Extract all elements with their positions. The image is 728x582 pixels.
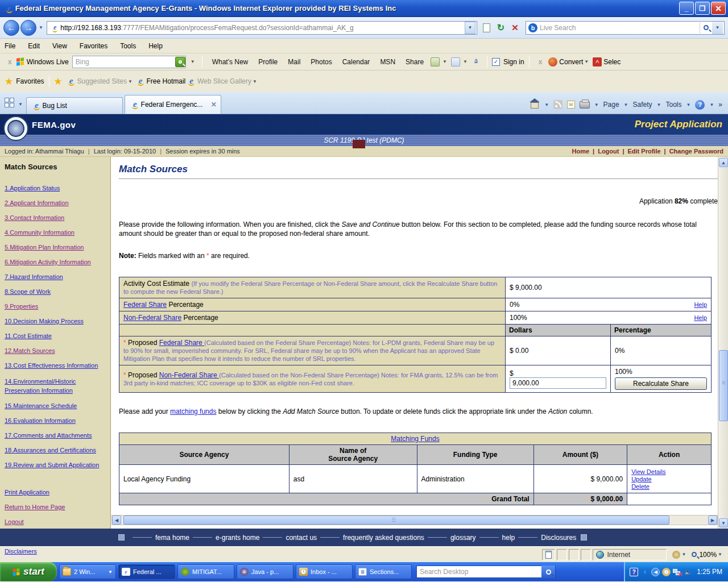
menu-tools[interactable]: Tools bbox=[120, 42, 136, 50]
sidebar-item-mitigation-plan-information[interactable]: 5.Mitigation Plan Information bbox=[5, 244, 84, 251]
print-icon[interactable] bbox=[580, 101, 590, 109]
tools-dropdown-icon[interactable]: ▼ bbox=[686, 102, 690, 107]
desktop-search-input[interactable]: Search Desktop bbox=[416, 566, 556, 578]
vertical-scrollbar[interactable]: ▲ ▼ bbox=[718, 157, 728, 529]
taskbar-clock[interactable]: 1:25 PM bbox=[697, 568, 722, 576]
favorites-button[interactable]: Favorites bbox=[16, 77, 44, 85]
taskbar-sections-window[interactable]: ≣Sections... bbox=[355, 564, 412, 579]
quick-tabs-icon[interactable] bbox=[5, 98, 16, 109]
news-icon[interactable] bbox=[451, 57, 460, 66]
zoom-dropdown-icon[interactable]: ▼ bbox=[718, 552, 722, 557]
sidebar-item-cost-effectiveness-information[interactable]: 13.Cost Effectiveness Information bbox=[5, 362, 98, 369]
help-dropdown-icon[interactable]: ▼ bbox=[709, 102, 714, 107]
horizontal-scroll-thumb[interactable] bbox=[123, 516, 669, 525]
sign-in-button[interactable]: Sign in bbox=[503, 58, 524, 66]
suggested-sites-button[interactable]: Suggested Sites bbox=[77, 77, 127, 85]
history-dropdown-icon[interactable]: ▼ bbox=[39, 25, 43, 30]
menu-file[interactable]: File bbox=[5, 42, 15, 50]
sidebar-item-decision-making-process[interactable]: 10.Decision Making Process bbox=[5, 318, 84, 325]
sidebar-item-environmental-historic[interactable]: 14.Environmental/Historic Preservation I… bbox=[5, 377, 106, 395]
toolbar-overflow-icon[interactable]: » bbox=[718, 101, 722, 109]
suggested-sites-dropdown-icon[interactable]: ▼ bbox=[128, 79, 133, 84]
bing-go-button[interactable] bbox=[175, 57, 185, 67]
sidebar-item-cost-estimate[interactable]: 11.Cost Estimate bbox=[5, 332, 52, 340]
hide-icons-chevron-icon[interactable]: ◀ bbox=[651, 568, 660, 576]
footer-help-link[interactable]: help bbox=[502, 534, 515, 542]
desktop-search-button[interactable] bbox=[541, 566, 555, 578]
sidebar-item-community-information[interactable]: 4.Community Information bbox=[5, 229, 75, 236]
footer-faq-link[interactable]: frequently asked questions bbox=[343, 534, 424, 542]
feeds-icon[interactable] bbox=[553, 100, 562, 109]
sidebar-item-match-sources[interactable]: 12.Match Sources bbox=[5, 347, 55, 355]
clock-tray-icon[interactable]: 🕓 bbox=[662, 568, 671, 576]
non-federal-amount-input[interactable] bbox=[510, 377, 606, 389]
web-slice-gallery-button[interactable]: Web Slice Gallery bbox=[197, 77, 251, 85]
live-link-profile[interactable]: Profile bbox=[258, 58, 278, 66]
footer-contact-us-link[interactable]: contact us bbox=[286, 534, 317, 542]
update-link[interactable]: Update bbox=[631, 476, 651, 483]
logout-link[interactable]: Logout bbox=[598, 148, 619, 155]
live-link-mail[interactable]: Mail bbox=[288, 58, 300, 66]
read-mail-icon[interactable]: ✉ bbox=[567, 101, 575, 109]
sidebar-disclaimers-link[interactable]: Disclaimers bbox=[5, 548, 37, 555]
help-tray-icon[interactable]: ? bbox=[630, 568, 638, 576]
zoom-level[interactable]: 100% bbox=[699, 551, 717, 559]
view-details-link[interactable]: View Details bbox=[631, 468, 665, 475]
footer-egrants-home-link[interactable]: e-grants home bbox=[216, 534, 259, 542]
taskbar-ie-window[interactable]: eFederal ... bbox=[118, 564, 175, 579]
phishing-filter-icon[interactable] bbox=[672, 551, 680, 559]
toolbar-close-icon[interactable]: x bbox=[8, 58, 12, 66]
taskbar-inbox-window[interactable]: 🕓Inbox - ... bbox=[296, 564, 353, 579]
translate-icon[interactable]: a̲ bbox=[471, 57, 481, 66]
footer-fema-home-link[interactable]: fema home bbox=[155, 534, 189, 542]
minimize-button[interactable]: _ bbox=[679, 2, 694, 15]
scroll-right-icon[interactable]: ▶ bbox=[708, 516, 717, 525]
tools-menu-button[interactable]: Tools bbox=[665, 101, 681, 109]
map-icon[interactable] bbox=[431, 57, 440, 66]
menu-help[interactable]: Help bbox=[148, 42, 163, 50]
footer-disclosures-link[interactable]: Disclosures bbox=[541, 534, 576, 542]
tab-list-dropdown-icon[interactable]: ▼ bbox=[18, 102, 23, 107]
add-favorite-icon[interactable]: ★ bbox=[54, 76, 63, 88]
convert-dropdown-icon[interactable]: ▼ bbox=[584, 59, 589, 64]
taskbar-mitigation-window[interactable]: MITIGAT... bbox=[177, 564, 234, 579]
fema-logo-text[interactable]: FEMA.gov bbox=[32, 120, 76, 130]
volume-icon[interactable]: 🔈 bbox=[684, 568, 692, 576]
delete-link[interactable]: Delete bbox=[631, 483, 650, 490]
sidebar-return-home-link[interactable]: Return to Home Page bbox=[5, 504, 65, 511]
home-dropdown-icon[interactable]: ▼ bbox=[544, 102, 549, 107]
stop-button[interactable]: ✕ bbox=[508, 20, 522, 35]
network-disconnected-icon[interactable]: ✕ bbox=[673, 568, 681, 576]
tray-item-icon[interactable]: ⁞ bbox=[640, 568, 649, 576]
live-link-msn[interactable]: MSN bbox=[380, 58, 395, 66]
search-options-button[interactable]: ▼ bbox=[712, 22, 723, 34]
live-link-share[interactable]: Share bbox=[406, 58, 424, 66]
scroll-up-icon[interactable]: ▲ bbox=[719, 158, 728, 167]
live-link-photos[interactable]: Photos bbox=[311, 58, 332, 66]
menu-edit[interactable]: Edit bbox=[28, 42, 40, 50]
bing-options-icon[interactable]: ▼ bbox=[191, 59, 195, 64]
home-link[interactable]: Home bbox=[572, 148, 590, 155]
proposed-federal-share-link[interactable]: Federal Share bbox=[159, 339, 204, 347]
url-dropdown-button[interactable]: ▼ bbox=[465, 22, 475, 34]
live-link-whats-new[interactable]: What's New bbox=[212, 58, 249, 66]
search-go-button[interactable] bbox=[700, 22, 712, 34]
horizontal-scrollbar[interactable]: ◀ ▶ bbox=[111, 515, 718, 525]
change-password-link[interactable]: Change Password bbox=[669, 148, 723, 155]
recalculate-share-button[interactable]: Recalculate Share bbox=[615, 377, 707, 390]
forward-button[interactable]: → bbox=[20, 20, 36, 36]
web-slice-dropdown-icon[interactable]: ▼ bbox=[253, 79, 257, 84]
page-menu-button[interactable]: Page bbox=[603, 101, 619, 109]
scroll-left-icon[interactable]: ◀ bbox=[112, 516, 121, 525]
zoom-icon[interactable] bbox=[692, 552, 697, 557]
menu-view[interactable]: View bbox=[52, 42, 67, 50]
live-search-box[interactable]: b Live Search ▼ bbox=[526, 21, 725, 35]
dropdown-icon[interactable]: ▼ bbox=[463, 59, 468, 64]
sidebar-item-assurances-and-certifications[interactable]: 18.Assurances and Certifications bbox=[5, 447, 96, 454]
sidebar-item-evaluation-information[interactable]: 16.Evaluation Information bbox=[5, 417, 76, 425]
toolbar-close-icon[interactable]: x bbox=[539, 58, 543, 66]
safety-dropdown-icon[interactable]: ▼ bbox=[657, 102, 661, 107]
help-link[interactable]: Help bbox=[694, 301, 707, 308]
federal-share-link[interactable]: Federal Share bbox=[123, 301, 167, 309]
sidebar-item-hazard-information[interactable]: 7.Hazard Information bbox=[5, 273, 63, 281]
